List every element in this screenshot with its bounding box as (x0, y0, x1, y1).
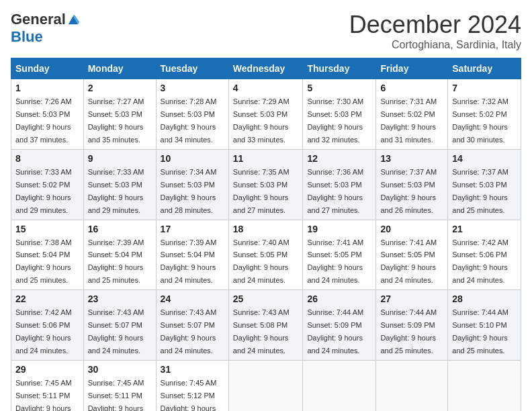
day-cell-21: 21 Sunrise: 7:42 AMSunset: 5:06 PMDaylig… (448, 220, 521, 290)
day-number: 27 (380, 293, 443, 304)
day-number: 5 (307, 83, 371, 93)
day-info: Sunrise: 7:43 AMSunset: 5:07 PMDaylight:… (88, 308, 144, 355)
day-number: 10 (161, 153, 224, 164)
day-number: 17 (161, 224, 224, 234)
day-info: Sunrise: 7:41 AMSunset: 5:05 PMDaylight:… (307, 238, 363, 285)
day-info: Sunrise: 7:37 AMSunset: 5:03 PMDaylight:… (452, 168, 508, 214)
logo-general-text: General (11, 11, 66, 28)
day-cell-13: 13 Sunrise: 7:37 AMSunset: 5:03 PMDaylig… (376, 149, 448, 220)
day-number: 12 (307, 153, 371, 164)
day-number: 21 (452, 224, 517, 234)
day-info: Sunrise: 7:44 AMSunset: 5:10 PMDaylight:… (452, 308, 508, 355)
day-cell-20: 20 Sunrise: 7:41 AMSunset: 5:05 PMDaylig… (376, 220, 448, 290)
day-cell-6: 6 Sunrise: 7:31 AMSunset: 5:02 PMDayligh… (376, 79, 448, 150)
day-cell-14: 14 Sunrise: 7:37 AMSunset: 5:03 PMDaylig… (448, 149, 521, 220)
day-cell-23: 23 Sunrise: 7:43 AMSunset: 5:07 PMDaylig… (83, 290, 156, 361)
day-info: Sunrise: 7:34 AMSunset: 5:03 PMDaylight:… (161, 168, 217, 214)
day-number: 15 (15, 224, 79, 234)
header-sunday: Sunday (11, 58, 84, 79)
day-number: 20 (380, 224, 443, 234)
day-cell-11: 11 Sunrise: 7:35 AMSunset: 5:03 PMDaylig… (228, 149, 303, 220)
header-monday: Monday (83, 58, 156, 79)
day-cell-28: 28 Sunrise: 7:44 AMSunset: 5:10 PMDaylig… (448, 290, 521, 361)
logo-icon (67, 13, 79, 26)
day-info: Sunrise: 7:42 AMSunset: 5:06 PMDaylight:… (452, 238, 508, 285)
day-number: 13 (380, 153, 443, 164)
day-cell-24: 24 Sunrise: 7:43 AMSunset: 5:07 PMDaylig… (156, 290, 228, 361)
day-info: Sunrise: 7:33 AMSunset: 5:02 PMDaylight:… (15, 168, 72, 214)
day-cell-30: 30 Sunrise: 7:45 AMSunset: 5:11 PMDaylig… (83, 361, 156, 412)
day-number: 28 (452, 293, 517, 304)
day-cell-9: 9 Sunrise: 7:33 AMSunset: 5:03 PMDayligh… (83, 149, 156, 220)
day-cell-19: 19 Sunrise: 7:41 AMSunset: 5:05 PMDaylig… (303, 220, 376, 290)
day-number: 1 (15, 83, 79, 93)
day-number: 29 (15, 364, 79, 375)
day-number: 22 (15, 293, 79, 304)
day-cell-2: 2 Sunrise: 7:27 AMSunset: 5:03 PMDayligh… (83, 79, 156, 150)
empty-cell (448, 361, 521, 412)
day-info: Sunrise: 7:44 AMSunset: 5:09 PMDaylight:… (307, 308, 363, 355)
day-cell-31: 31 Sunrise: 7:45 AMSunset: 5:12 PMDaylig… (156, 361, 228, 412)
header-friday: Friday (376, 58, 448, 79)
header-wednesday: Wednesday (228, 58, 303, 79)
day-number: 26 (307, 293, 371, 304)
day-cell-25: 25 Sunrise: 7:43 AMSunset: 5:08 PMDaylig… (228, 290, 303, 361)
day-number: 24 (161, 293, 224, 304)
day-cell-1: 1 Sunrise: 7:26 AMSunset: 5:03 PMDayligh… (11, 79, 84, 150)
day-cell-15: 15 Sunrise: 7:38 AMSunset: 5:04 PMDaylig… (11, 220, 84, 290)
location-title: Cortoghiana, Sardinia, Italy (349, 39, 521, 51)
day-number: 8 (15, 153, 79, 164)
empty-cell (228, 361, 303, 412)
header-thursday: Thursday (303, 58, 376, 79)
day-info: Sunrise: 7:42 AMSunset: 5:06 PMDaylight:… (15, 308, 72, 355)
day-info: Sunrise: 7:44 AMSunset: 5:09 PMDaylight:… (380, 308, 437, 355)
day-cell-8: 8 Sunrise: 7:33 AMSunset: 5:02 PMDayligh… (11, 149, 84, 220)
day-number: 19 (307, 224, 371, 234)
day-info: Sunrise: 7:37 AMSunset: 5:03 PMDaylight:… (380, 168, 437, 214)
day-info: Sunrise: 7:36 AMSunset: 5:03 PMDaylight:… (307, 168, 363, 214)
day-cell-7: 7 Sunrise: 7:32 AMSunset: 5:02 PMDayligh… (448, 79, 521, 150)
header-tuesday: Tuesday (156, 58, 228, 79)
day-number: 23 (88, 293, 152, 304)
logo: General Blue (11, 11, 79, 46)
day-number: 3 (161, 83, 224, 93)
calendar-header-row: Sunday Monday Tuesday Wednesday Thursday… (11, 58, 521, 79)
day-info: Sunrise: 7:28 AMSunset: 5:03 PMDaylight:… (161, 97, 217, 144)
day-number: 25 (233, 293, 299, 304)
day-number: 14 (452, 153, 517, 164)
day-info: Sunrise: 7:45 AMSunset: 5:12 PMDaylight:… (161, 379, 217, 411)
day-cell-4: 4 Sunrise: 7:29 AMSunset: 5:03 PMDayligh… (228, 79, 303, 150)
day-info: Sunrise: 7:35 AMSunset: 5:03 PMDaylight:… (233, 168, 290, 214)
page-header: General Blue December 2024 Cortoghiana, … (11, 11, 521, 51)
day-cell-17: 17 Sunrise: 7:39 AMSunset: 5:04 PMDaylig… (156, 220, 228, 290)
day-info: Sunrise: 7:26 AMSunset: 5:03 PMDaylight:… (15, 97, 72, 144)
day-info: Sunrise: 7:32 AMSunset: 5:02 PMDaylight:… (452, 97, 508, 144)
day-number: 31 (161, 364, 224, 375)
day-info: Sunrise: 7:33 AMSunset: 5:03 PMDaylight:… (88, 168, 144, 214)
calendar-week-row: 15 Sunrise: 7:38 AMSunset: 5:04 PMDaylig… (11, 220, 521, 290)
day-info: Sunrise: 7:41 AMSunset: 5:05 PMDaylight:… (380, 238, 437, 285)
day-number: 6 (380, 83, 443, 93)
month-title: December 2024 (349, 11, 521, 39)
day-cell-27: 27 Sunrise: 7:44 AMSunset: 5:09 PMDaylig… (376, 290, 448, 361)
day-number: 7 (452, 83, 517, 93)
day-info: Sunrise: 7:27 AMSunset: 5:03 PMDaylight:… (88, 97, 144, 144)
day-cell-12: 12 Sunrise: 7:36 AMSunset: 5:03 PMDaylig… (303, 149, 376, 220)
day-info: Sunrise: 7:30 AMSunset: 5:03 PMDaylight:… (307, 97, 363, 144)
day-info: Sunrise: 7:40 AMSunset: 5:05 PMDaylight:… (233, 238, 290, 285)
day-number: 30 (88, 364, 152, 375)
day-info: Sunrise: 7:31 AMSunset: 5:02 PMDaylight:… (380, 97, 437, 144)
day-info: Sunrise: 7:45 AMSunset: 5:11 PMDaylight:… (88, 379, 144, 411)
day-number: 2 (88, 83, 152, 93)
calendar-table: Sunday Monday Tuesday Wednesday Thursday… (11, 58, 521, 411)
day-info: Sunrise: 7:39 AMSunset: 5:04 PMDaylight:… (88, 238, 144, 285)
day-number: 11 (233, 153, 299, 164)
day-info: Sunrise: 7:39 AMSunset: 5:04 PMDaylight:… (161, 238, 217, 285)
day-info: Sunrise: 7:43 AMSunset: 5:08 PMDaylight:… (233, 308, 290, 355)
day-number: 18 (233, 224, 299, 234)
empty-cell (376, 361, 448, 412)
day-cell-16: 16 Sunrise: 7:39 AMSunset: 5:04 PMDaylig… (83, 220, 156, 290)
calendar-week-row: 8 Sunrise: 7:33 AMSunset: 5:02 PMDayligh… (11, 149, 521, 220)
day-info: Sunrise: 7:38 AMSunset: 5:04 PMDaylight:… (15, 238, 72, 285)
day-cell-5: 5 Sunrise: 7:30 AMSunset: 5:03 PMDayligh… (303, 79, 376, 150)
